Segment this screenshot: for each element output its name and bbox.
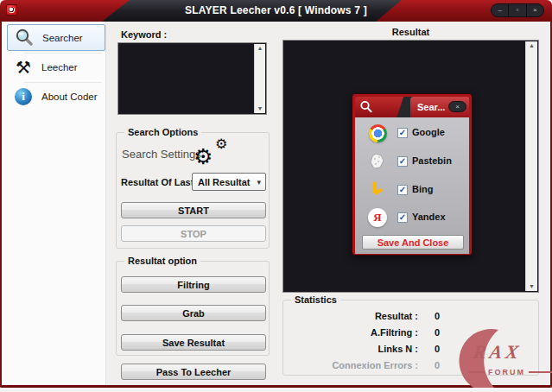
close-button[interactable]: × bbox=[527, 4, 543, 16]
engine-row-pastebin: ✓ Pastebin bbox=[355, 150, 469, 173]
stat-label: Connexion Errors : bbox=[282, 360, 418, 370]
bing-icon bbox=[367, 180, 388, 200]
search-icon bbox=[359, 100, 373, 117]
pastebin-checkbox[interactable]: ✓ bbox=[397, 156, 408, 167]
titlebar: SLAYER Leecher v0.6 [ Windows 7 ] – ▫ × bbox=[0, 0, 552, 22]
resultat-option-title: Resultat option bbox=[124, 256, 200, 266]
engine-label: Pastebin bbox=[412, 155, 452, 166]
engine-row-bing: ✓ Bing bbox=[355, 179, 469, 201]
result-of-last-dropdown[interactable]: All Resultat ▾ bbox=[192, 173, 266, 191]
search-engines-popup: Sear... × ✓ Google bbox=[352, 93, 473, 256]
engine-row-yandex: Я ✓ Yandex bbox=[355, 206, 469, 229]
statistics-title: Statistics bbox=[291, 294, 340, 305]
popup-body: ✓ Google ✓ Pastebin bbox=[355, 117, 469, 254]
search-options-title: Search Options bbox=[124, 127, 201, 137]
scroll-up-icon[interactable]: ▲ bbox=[257, 44, 263, 53]
check-icon: ✓ bbox=[399, 213, 406, 222]
sidebar-item-label: About Coder bbox=[41, 92, 98, 102]
magnifier-icon bbox=[13, 28, 35, 48]
pass-to-leecher-button[interactable]: Pass To Leecher bbox=[121, 364, 266, 380]
gear-small-icon: ⚙ bbox=[215, 137, 227, 151]
keyword-textarea[interactable]: ▲ ▼ bbox=[117, 42, 267, 115]
save-and-close-button[interactable]: Save And Close bbox=[362, 235, 464, 250]
dropdown-selected-value: All Resultat bbox=[198, 177, 251, 187]
stop-button: STOP bbox=[121, 225, 266, 242]
chevron-down-icon: ▾ bbox=[257, 178, 261, 187]
stat-value: 0 bbox=[435, 327, 440, 338]
scroll-down-icon[interactable]: ▼ bbox=[529, 282, 535, 291]
result-of-last-label: Resultat Of Last bbox=[121, 177, 194, 187]
grab-button[interactable]: Grab bbox=[121, 305, 266, 321]
tools-icon: ⚒ bbox=[12, 57, 35, 78]
stat-label: Resultat : bbox=[282, 311, 418, 321]
sidebar: Searcher ⚒ Leecher i About Coder bbox=[2, 22, 106, 385]
stat-row-afiltring: A.Filtring : 0 bbox=[282, 324, 539, 340]
keyword-label: Keyword : bbox=[121, 29, 167, 40]
sidebar-item-searcher[interactable]: Searcher bbox=[7, 24, 105, 51]
stat-value: 0 bbox=[435, 360, 440, 370]
stat-value: 0 bbox=[435, 311, 440, 321]
engine-label: Yandex bbox=[412, 212, 446, 222]
stat-row-links: Links N : 0 bbox=[282, 340, 539, 357]
yandex-icon: Я bbox=[367, 207, 388, 228]
google-checkbox[interactable]: ✓ bbox=[397, 128, 408, 138]
window-title: SLAYER Leecher v0.6 [ Windows 7 ] bbox=[0, 0, 552, 22]
popup-titlebar: Sear... × bbox=[355, 97, 469, 117]
window-controls: – ▫ × bbox=[491, 3, 544, 17]
google-chrome-icon bbox=[367, 123, 388, 143]
maximize-button[interactable]: ▫ bbox=[509, 4, 526, 16]
app-window: SLAYER Leecher v0.6 [ Windows 7 ] – ▫ × … bbox=[0, 0, 552, 388]
resultat-scrollbar[interactable]: ▲ ▼ bbox=[525, 41, 537, 291]
bing-checkbox[interactable]: ✓ bbox=[397, 185, 408, 195]
resultat-title: Resultat bbox=[282, 27, 539, 37]
info-icon: i bbox=[12, 86, 35, 107]
check-icon: ✓ bbox=[399, 157, 406, 166]
engine-label: Google bbox=[412, 127, 445, 137]
stat-label: A.Filtring : bbox=[282, 327, 418, 338]
popup-close-button[interactable]: × bbox=[448, 101, 466, 112]
stat-label: Links N : bbox=[282, 344, 418, 354]
sidebar-item-about-coder[interactable]: i About Coder bbox=[7, 83, 105, 110]
filtring-button[interactable]: Filtring bbox=[121, 276, 266, 293]
stat-row-connexion-errors: Connexion Errors : 0 bbox=[282, 357, 539, 373]
sidebar-item-label: Searcher bbox=[42, 33, 83, 43]
scroll-up-icon[interactable]: ▲ bbox=[529, 41, 535, 50]
gears-icon[interactable]: ⚙ bbox=[194, 146, 213, 168]
save-resultat-button[interactable]: Save Resultat bbox=[121, 334, 266, 351]
window-border-bottom bbox=[0, 385, 552, 388]
popup-title: Sear... bbox=[417, 102, 445, 112]
sidebar-item-label: Leecher bbox=[41, 62, 78, 73]
sidebar-item-leecher[interactable]: ⚒ Leecher bbox=[7, 54, 105, 80]
stat-value: 0 bbox=[435, 344, 440, 354]
pastebin-icon bbox=[367, 151, 388, 172]
check-icon: ✓ bbox=[399, 129, 406, 137]
window-border-left bbox=[0, 22, 2, 388]
scroll-down-icon[interactable]: ▼ bbox=[257, 104, 263, 113]
keyword-scrollbar[interactable]: ▲ ▼ bbox=[254, 44, 265, 113]
start-button[interactable]: START bbox=[121, 202, 266, 218]
yandex-checkbox[interactable]: ✓ bbox=[397, 212, 408, 223]
engine-row-google: ✓ Google bbox=[355, 122, 469, 144]
check-icon: ✓ bbox=[399, 186, 406, 194]
stat-row-resultat: Resultat : 0 bbox=[282, 307, 539, 324]
minimize-button[interactable]: – bbox=[492, 4, 509, 16]
search-settings-label: Search Settings: bbox=[122, 148, 204, 161]
engine-label: Bing bbox=[412, 184, 433, 194]
